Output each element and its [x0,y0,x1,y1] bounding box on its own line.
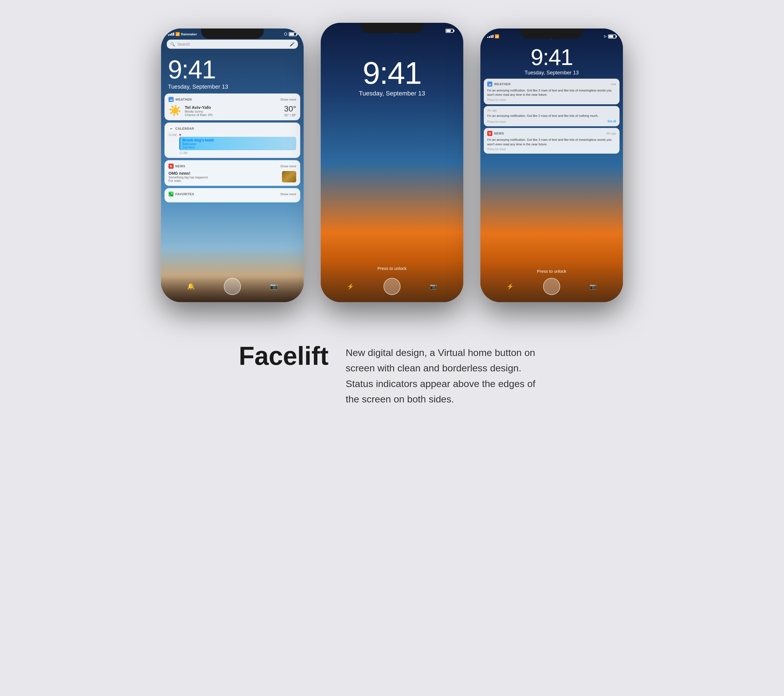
calendar-event: Brush dog's teeth Bathroom 2nd floor [180,137,296,150]
favorites-app-name: FAVORITES [175,193,278,196]
press-to-unlock-phone2: Press to unlock [321,266,463,271]
location-icon-phone3: ▷ [604,35,606,38]
status-bar-phone2: 🔒 [321,23,463,35]
phone-lock-notifications: 📶 🔒 ▷ 9:41 Tuesday, September 13 [480,28,623,302]
lock-notif2-press-more: Press for more [487,120,506,123]
weather-show-more[interactable]: Show more [280,98,296,101]
signal-bar-1 [168,35,169,36]
weather-sun-icon: ☀️ [168,105,181,117]
lock-weather-press-more: Press for more [487,98,616,102]
home-button-phone2[interactable] [384,278,400,295]
calendar-timeline: 10 AM Brush dog's teeth Bathroom 2nd flo… [168,133,296,155]
favorites-app-icon: 📞 [168,191,174,197]
signal-bar-p3-4 [492,35,494,38]
battery-icon-phone3 [608,35,616,38]
time-phone3: 9:41 [487,46,616,69]
lock-notif2-see-all[interactable]: See all [607,120,616,123]
calendar-card: 13 CALENDAR 10 AM Brush dog's teeth Bath… [165,123,300,158]
lock-notif2-body: I'm an annoying notification. Got like 2… [487,114,616,118]
event-floor: 2nd floor [183,146,294,149]
status-right-phone3: ▷ [604,35,616,38]
search-icon: 🔍 [170,42,175,46]
news-content: OMG news! Something big has happend. For… [168,171,296,183]
lock-icon-top: 🔒 [392,28,398,33]
weather-temp-section: 30° 32° / 28° [284,104,296,117]
news-thumbnail [282,171,296,183]
lock-notification-news: N NEWS 4hr ago I'm an annoying notificat… [484,128,619,154]
news-body2: For realz. [168,179,279,183]
flashlight-icon: ⚡ [347,283,354,290]
camera-icon-phone1: 📷 [270,283,278,290]
bottom-text-section: Facelift New digital design, a Virtual h… [181,342,602,407]
weather-app-icon: ☁ [168,97,174,102]
news-text: OMG news! Something big has happend. For… [168,171,279,183]
weather-description: Mostly sunny [185,110,281,113]
favorites-card: 📞 FAVORITES Show more [165,188,300,202]
signal-bar-p3-2 [489,36,490,38]
weather-info: Tel Aviv-Yafo Mostly sunny Chance of Rai… [185,105,281,117]
signal-bars [168,33,174,36]
event-location: Bathroom [183,142,294,146]
lock-icon-phone3: 🔒 [549,34,555,39]
bluetooth-icon: ⬡ [284,32,287,36]
signal-bars-phone3 [487,35,494,38]
bottom-bar-phone3: ⚡ 📷 [480,276,623,302]
lock-notification-weather: ☁ WEATHER now I'm an annoying notificati… [484,79,619,104]
signal-bar-4 [173,33,174,36]
news-app-name: NEWS [175,165,278,168]
camera-icon-phone3: 📷 [590,283,597,290]
weather-range: 32° / 28° [284,114,296,117]
wifi-icon-phone3: 📶 [495,34,499,38]
date-phone1: Tuesday, September 13 [168,84,297,90]
camera-icon-phone2: 📷 [430,283,437,290]
time-display-phone2: 9:41 Tuesday, September 13 [321,35,463,98]
press-to-unlock-phone3: Press to unlock [480,269,623,274]
phone-today-view: 📶 Rainmaker ⬡ 🔍 Search 🎤 [161,28,304,302]
time-display-phone3: 9:41 Tuesday, September 13 [480,40,623,77]
lock-weather-time: now [611,83,616,86]
wifi-icon: 📶 [175,32,180,36]
search-placeholder: Search [177,42,287,46]
date-phone3: Tuesday, September 13 [487,70,616,76]
news-show-more[interactable]: Show more [280,165,296,168]
lock-notification-2: 2hr ago I'm an annoying notification. Go… [484,106,619,126]
weather-city: Tel Aviv-Yafo [185,105,281,110]
lock-news-press-more: Press for more [487,148,616,151]
calendar-time1: 10 AM [168,133,176,137]
calendar-app-icon: 13 [168,126,174,131]
status-right: ⬡ [284,32,297,36]
lock-notif-weather-header: ☁ WEATHER now [487,82,616,87]
calendar-dot [180,134,181,136]
lock-notif-2-header: 2hr ago [487,109,616,112]
event-title: Brush dog's teeth [183,138,294,142]
phones-row: 📶 Rainmaker ⬡ 🔍 Search 🎤 [161,23,623,302]
page-title: Facelift [239,342,328,370]
time-phone1: 9:41 [168,57,297,82]
news-app-icon: N [168,164,174,169]
flashlight-icon-phone3: ⚡ [507,283,514,290]
status-left: 📶 Rainmaker [168,32,197,36]
calendar-time2: 11 AM [180,151,296,155]
weather-card: ☁ WEATHER Show more ☀️ Tel Aviv-Yafo Mos… [165,94,300,120]
notification-icon: 🔔 [187,283,195,290]
battery-icon [289,32,297,36]
time-phone2: 9:41 [328,57,456,89]
lock-notif-news-header: N NEWS 4hr ago [487,131,616,136]
weather-temp: 30° [284,104,296,114]
carrier-name: Rainmaker [181,33,197,36]
status-bar-phone3: 📶 🔒 ▷ [480,28,623,40]
lock-news-body: I'm an annoying notification. Got like 3… [487,138,616,146]
favorites-card-header: 📞 FAVORITES Show more [168,191,296,197]
news-card-header: N NEWS Show more [168,164,296,169]
lock-news-name: NEWS [494,132,604,135]
favorites-show-more[interactable]: Show more [280,193,296,196]
lock-news-icon: N [487,131,492,136]
calendar-times: 10 AM [168,133,176,137]
date-phone2: Tuesday, September 13 [328,90,456,97]
status-bar-phone1: 📶 Rainmaker ⬡ [161,28,304,37]
home-button-phone3[interactable] [543,278,560,295]
home-button-phone1[interactable] [224,278,241,295]
search-bar[interactable]: 🔍 Search 🎤 [167,39,298,49]
weather-subdesc: Chance of Rain: 0% [185,113,281,117]
signal-bar-p3-3 [491,35,492,38]
